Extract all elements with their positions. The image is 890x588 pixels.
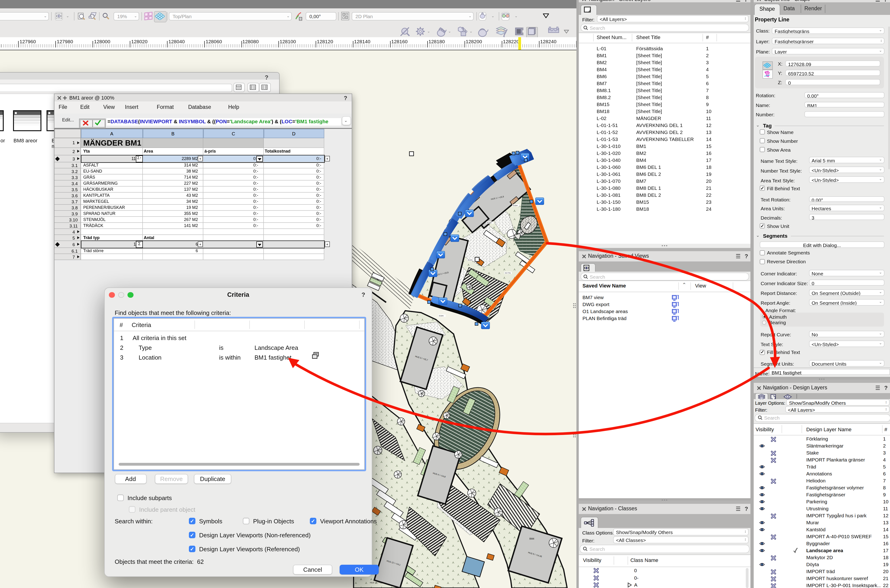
svg-text:16,2m: 16,2m — [468, 259, 473, 261]
svg-text:15,9m: 15,9m — [487, 222, 492, 224]
svg-text:15,8m: 15,8m — [513, 204, 518, 207]
svg-text:15,8m: 15,8m — [439, 315, 444, 317]
svg-text:15,77m: 15,77m — [505, 272, 510, 274]
svg-text:BM4: BM4 — [530, 537, 534, 540]
